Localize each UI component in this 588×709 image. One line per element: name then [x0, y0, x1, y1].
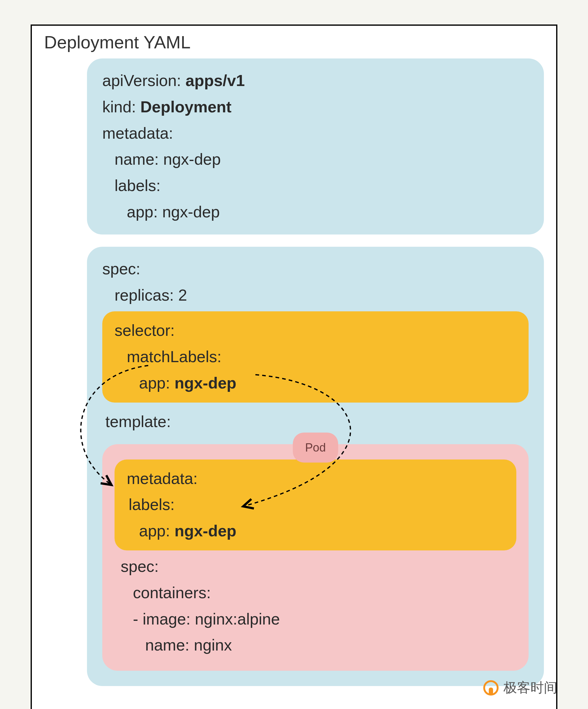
container-name: name: nginx: [114, 632, 516, 658]
template-metadata-block: metadata: labels: app: ngx-dep: [114, 459, 516, 550]
diagram-title: Deployment YAML: [44, 32, 544, 52]
template-key: template:: [105, 409, 529, 435]
kind-line: kind: Deployment: [102, 94, 529, 120]
deployment-yaml-diagram: Deployment YAML apiVersion: apps/v1 kind…: [31, 25, 557, 709]
pod-badge: Pod: [293, 432, 338, 463]
template-pod-block: Pod metadata: labels: app: ngx-dep spec:…: [102, 444, 529, 671]
template-metadata-key: metadata:: [127, 466, 504, 492]
spec-key: spec:: [102, 256, 529, 282]
metadata-labels-app: app: ngx-dep: [102, 199, 529, 225]
apiversion-line: apiVersion: apps/v1: [102, 68, 529, 94]
replicas-line: replicas: 2: [102, 282, 529, 309]
selector-key: selector:: [114, 317, 516, 344]
yaml-header-block: apiVersion: apps/v1 kind: Deployment met…: [87, 58, 544, 235]
geektime-logo-icon: [483, 680, 498, 695]
metadata-labels-key: labels:: [102, 173, 529, 199]
matchlabels-key: matchLabels:: [114, 344, 516, 370]
watermark-text: 极客时间: [504, 679, 557, 697]
template-labels-key: labels:: [127, 492, 504, 518]
containers-key: containers:: [114, 580, 516, 606]
selector-app-line: app: ngx-dep: [114, 370, 516, 396]
template-app-line: app: ngx-dep: [127, 518, 504, 544]
watermark: 极客时间: [483, 679, 557, 697]
yaml-spec-block: spec: replicas: 2 selector: matchLabels:…: [87, 247, 544, 686]
container-image: - image: nginx:alpine: [114, 606, 516, 632]
template-spec-key: spec:: [114, 553, 516, 580]
selector-block: selector: matchLabels: app: ngx-dep: [102, 311, 529, 402]
metadata-key: metadata:: [102, 120, 529, 147]
metadata-name: name: ngx-dep: [102, 146, 529, 173]
